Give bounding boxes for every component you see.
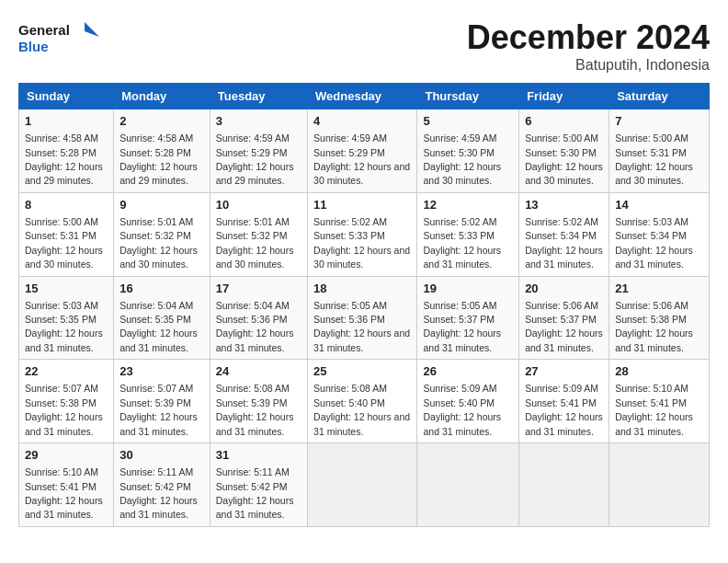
day-info: Sunrise: 5:01 AMSunset: 5:32 PMDaylight:… bbox=[216, 216, 294, 270]
table-row: 19 Sunrise: 5:05 AMSunset: 5:37 PMDaylig… bbox=[417, 276, 519, 360]
table-row bbox=[609, 443, 710, 527]
header-row: Sunday Monday Tuesday Wednesday Thursday… bbox=[19, 84, 710, 109]
header: General Blue December 2024 Batuputih, In… bbox=[18, 18, 710, 74]
day-info: Sunrise: 4:59 AMSunset: 5:30 PMDaylight:… bbox=[423, 132, 501, 186]
day-number: 29 bbox=[25, 447, 108, 464]
day-info: Sunrise: 5:06 AMSunset: 5:38 PMDaylight:… bbox=[615, 300, 693, 353]
day-number: 12 bbox=[423, 197, 513, 213]
table-row: 10 Sunrise: 5:01 AMSunset: 5:32 PMDaylig… bbox=[210, 192, 307, 276]
day-number: 10 bbox=[216, 197, 301, 213]
day-info: Sunrise: 5:09 AMSunset: 5:41 PMDaylight:… bbox=[525, 383, 603, 436]
table-row: 6 Sunrise: 5:00 AMSunset: 5:30 PMDayligh… bbox=[519, 109, 609, 193]
day-number: 20 bbox=[525, 281, 603, 297]
day-number: 27 bbox=[525, 363, 603, 380]
day-number: 2 bbox=[119, 113, 204, 130]
day-info: Sunrise: 5:07 AMSunset: 5:38 PMDaylight:… bbox=[25, 383, 103, 436]
table-row: 3 Sunrise: 4:59 AMSunset: 5:29 PMDayligh… bbox=[210, 109, 307, 193]
table-row: 22 Sunrise: 5:07 AMSunset: 5:38 PMDaylig… bbox=[19, 360, 114, 443]
table-row: 17 Sunrise: 5:04 AMSunset: 5:36 PMDaylig… bbox=[210, 276, 307, 360]
day-info: Sunrise: 4:59 AMSunset: 5:29 PMDaylight:… bbox=[313, 132, 410, 186]
calendar-row: 29 Sunrise: 5:10 AMSunset: 5:41 PMDaylig… bbox=[19, 443, 710, 527]
table-row: 1 Sunrise: 4:58 AMSunset: 5:28 PMDayligh… bbox=[19, 109, 114, 193]
day-info: Sunrise: 5:01 AMSunset: 5:32 PMDaylight:… bbox=[119, 216, 198, 270]
calendar-row: 8 Sunrise: 5:00 AMSunset: 5:31 PMDayligh… bbox=[19, 192, 710, 276]
day-info: Sunrise: 5:07 AMSunset: 5:39 PMDaylight:… bbox=[119, 383, 198, 436]
day-number: 22 bbox=[25, 363, 108, 380]
day-number: 15 bbox=[25, 281, 108, 297]
day-info: Sunrise: 5:00 AMSunset: 5:31 PMDaylight:… bbox=[615, 132, 693, 186]
day-info: Sunrise: 5:05 AMSunset: 5:36 PMDaylight:… bbox=[313, 300, 410, 353]
table-row: 26 Sunrise: 5:09 AMSunset: 5:40 PMDaylig… bbox=[417, 360, 519, 443]
day-info: Sunrise: 5:06 AMSunset: 5:37 PMDaylight:… bbox=[525, 300, 603, 353]
day-number: 8 bbox=[25, 197, 108, 213]
svg-text:Blue: Blue bbox=[18, 39, 49, 54]
calendar-row: 22 Sunrise: 5:07 AMSunset: 5:38 PMDaylig… bbox=[19, 360, 710, 443]
day-info: Sunrise: 5:00 AMSunset: 5:31 PMDaylight:… bbox=[25, 216, 103, 270]
day-number: 14 bbox=[615, 197, 703, 213]
table-row bbox=[308, 443, 417, 527]
col-friday: Friday bbox=[519, 84, 609, 109]
title-area: December 2024 Batuputih, Indonesia bbox=[467, 18, 710, 74]
table-row: 30 Sunrise: 5:11 AMSunset: 5:42 PMDaylig… bbox=[114, 443, 210, 527]
day-info: Sunrise: 5:11 AMSunset: 5:42 PMDaylight:… bbox=[119, 466, 198, 520]
day-info: Sunrise: 5:03 AMSunset: 5:35 PMDaylight:… bbox=[25, 300, 103, 353]
day-info: Sunrise: 5:02 AMSunset: 5:33 PMDaylight:… bbox=[313, 216, 410, 270]
day-info: Sunrise: 5:02 AMSunset: 5:33 PMDaylight:… bbox=[423, 216, 501, 270]
day-info: Sunrise: 5:10 AMSunset: 5:41 PMDaylight:… bbox=[25, 466, 103, 520]
table-row: 11 Sunrise: 5:02 AMSunset: 5:33 PMDaylig… bbox=[308, 192, 417, 276]
day-number: 6 bbox=[525, 113, 603, 130]
day-number: 31 bbox=[216, 447, 301, 464]
table-row: 28 Sunrise: 5:10 AMSunset: 5:41 PMDaylig… bbox=[609, 360, 710, 443]
calendar-row: 15 Sunrise: 5:03 AMSunset: 5:35 PMDaylig… bbox=[19, 276, 710, 360]
day-number: 19 bbox=[423, 281, 513, 297]
day-info: Sunrise: 5:04 AMSunset: 5:36 PMDaylight:… bbox=[216, 300, 294, 353]
day-info: Sunrise: 5:05 AMSunset: 5:37 PMDaylight:… bbox=[423, 300, 501, 353]
day-number: 18 bbox=[313, 281, 411, 297]
table-row: 27 Sunrise: 5:09 AMSunset: 5:41 PMDaylig… bbox=[519, 360, 609, 443]
table-row: 14 Sunrise: 5:03 AMSunset: 5:34 PMDaylig… bbox=[609, 192, 710, 276]
day-number: 21 bbox=[615, 281, 703, 297]
calendar-table: Sunday Monday Tuesday Wednesday Thursday… bbox=[18, 83, 710, 527]
table-row bbox=[519, 443, 609, 527]
table-row: 18 Sunrise: 5:05 AMSunset: 5:36 PMDaylig… bbox=[308, 276, 417, 360]
table-row: 4 Sunrise: 4:59 AMSunset: 5:29 PMDayligh… bbox=[308, 109, 417, 193]
day-info: Sunrise: 4:59 AMSunset: 5:29 PMDaylight:… bbox=[216, 132, 294, 186]
day-number: 5 bbox=[423, 113, 513, 130]
day-info: Sunrise: 4:58 AMSunset: 5:28 PMDaylight:… bbox=[119, 132, 198, 186]
day-number: 13 bbox=[525, 197, 603, 213]
table-row: 5 Sunrise: 4:59 AMSunset: 5:30 PMDayligh… bbox=[417, 109, 519, 193]
svg-marker-2 bbox=[85, 22, 99, 37]
day-number: 1 bbox=[25, 113, 108, 130]
table-row: 8 Sunrise: 5:00 AMSunset: 5:31 PMDayligh… bbox=[19, 192, 114, 276]
day-info: Sunrise: 5:04 AMSunset: 5:35 PMDaylight:… bbox=[119, 300, 198, 353]
day-info: Sunrise: 5:08 AMSunset: 5:39 PMDaylight:… bbox=[216, 383, 294, 436]
day-number: 3 bbox=[216, 113, 301, 130]
day-number: 7 bbox=[615, 113, 703, 130]
day-number: 30 bbox=[119, 447, 204, 464]
svg-text:General: General bbox=[18, 22, 70, 38]
day-number: 25 bbox=[313, 363, 411, 380]
col-wednesday: Wednesday bbox=[308, 84, 417, 109]
table-row: 16 Sunrise: 5:04 AMSunset: 5:35 PMDaylig… bbox=[114, 276, 210, 360]
col-saturday: Saturday bbox=[609, 84, 710, 109]
table-row: 20 Sunrise: 5:06 AMSunset: 5:37 PMDaylig… bbox=[519, 276, 609, 360]
day-number: 24 bbox=[216, 363, 301, 380]
day-number: 9 bbox=[119, 197, 204, 213]
day-info: Sunrise: 5:00 AMSunset: 5:30 PMDaylight:… bbox=[525, 132, 603, 186]
day-info: Sunrise: 5:03 AMSunset: 5:34 PMDaylight:… bbox=[615, 216, 693, 270]
day-number: 4 bbox=[313, 113, 411, 130]
location-title: Batuputih, Indonesia bbox=[467, 57, 710, 74]
day-number: 28 bbox=[615, 363, 703, 380]
col-tuesday: Tuesday bbox=[210, 84, 307, 109]
table-row: 24 Sunrise: 5:08 AMSunset: 5:39 PMDaylig… bbox=[210, 360, 307, 443]
table-row: 2 Sunrise: 4:58 AMSunset: 5:28 PMDayligh… bbox=[114, 109, 210, 193]
day-info: Sunrise: 4:58 AMSunset: 5:28 PMDaylight:… bbox=[25, 132, 103, 186]
month-title: December 2024 bbox=[467, 18, 710, 57]
day-number: 26 bbox=[423, 363, 513, 380]
col-thursday: Thursday bbox=[417, 84, 519, 109]
table-row bbox=[417, 443, 519, 527]
table-row: 15 Sunrise: 5:03 AMSunset: 5:35 PMDaylig… bbox=[19, 276, 114, 360]
table-row: 7 Sunrise: 5:00 AMSunset: 5:31 PMDayligh… bbox=[609, 109, 710, 193]
day-info: Sunrise: 5:10 AMSunset: 5:41 PMDaylight:… bbox=[615, 383, 693, 436]
calendar-row: 1 Sunrise: 4:58 AMSunset: 5:28 PMDayligh… bbox=[19, 109, 710, 193]
